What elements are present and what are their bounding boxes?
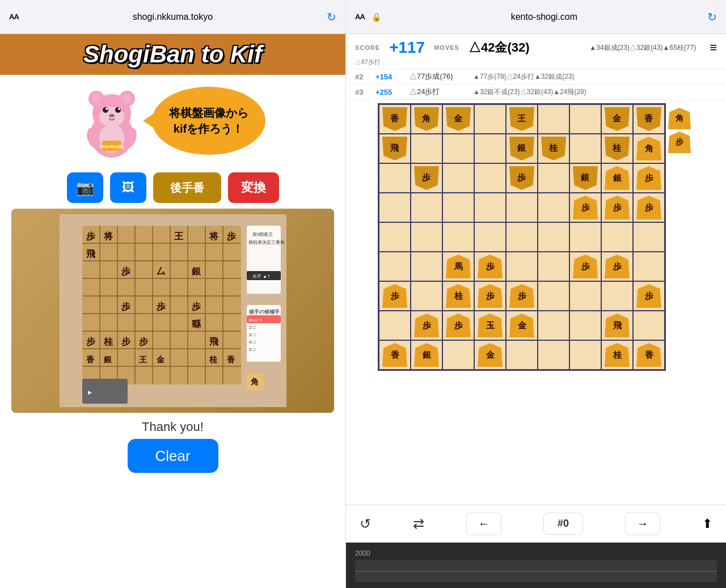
piece-5-6[interactable]: 歩 [573, 255, 598, 278]
piece-5-2[interactable]: 馬 [446, 255, 471, 278]
piece-7-1[interactable]: 歩 [414, 314, 439, 337]
svg-text:厶: 厶 [157, 266, 166, 276]
gallery-button[interactable]: 🖼 [110, 172, 146, 203]
cell-4-0 [379, 222, 411, 252]
svg-text:歩: 歩 [86, 231, 96, 241]
move-row-3[interactable]: #3 +255 △24歩打 ▲32銀不成(23)△32銀(43)▲24飛(28) [346, 84, 726, 100]
cell-1-7: 桂 [601, 134, 633, 163]
svg-text:5     □: 5 □ [249, 347, 256, 352]
piece-8-8[interactable]: 香 [636, 343, 661, 367]
piece-1-4[interactable]: 銀 [509, 137, 534, 160]
cell-2-2 [442, 163, 474, 193]
piece-2-8[interactable]: 歩 [636, 166, 661, 190]
piece-6-4[interactable]: 歩 [509, 284, 534, 308]
piece-3-7[interactable]: 歩 [605, 196, 630, 219]
cell-7-1: 歩 [411, 311, 442, 340]
cell-3-1 [411, 193, 442, 222]
camera-icon: 📷 [76, 179, 94, 197]
site-header: ShogiBan to Kif [0, 34, 345, 75]
piece-1-0[interactable]: 飛 [382, 137, 407, 160]
chart-label: 2000 [355, 549, 717, 557]
left-browser-bar: AA shogi.nkkuma.tokyo ↻ [0, 0, 345, 34]
piece-8-1[interactable]: 銀 [414, 343, 439, 367]
prev-move-button[interactable]: ← [466, 512, 501, 535]
piece-text-5-2: 馬 [454, 261, 463, 272]
camera-button[interactable]: 📷 [67, 172, 103, 203]
cell-3-2 [442, 193, 474, 222]
piece-6-2[interactable]: 桂 [446, 284, 471, 308]
piece-2-7[interactable]: 銀 [605, 166, 630, 190]
piece-3-6[interactable]: 歩 [573, 196, 598, 219]
cell-6-0: 歩 [379, 281, 411, 311]
cell-0-6 [569, 104, 601, 134]
piece-8-3[interactable]: 金 [478, 343, 503, 367]
piece-0-7[interactable]: 金 [605, 107, 630, 131]
chart-area [355, 560, 717, 582]
piece-5-3[interactable]: 歩 [478, 255, 503, 278]
right-refresh-button[interactable]: ↻ [707, 10, 717, 24]
cell-8-3: 金 [474, 340, 506, 370]
gote-button[interactable]: 後手番 [153, 172, 221, 203]
piece-6-0[interactable]: 歩 [382, 284, 407, 308]
piece-text-8-7: 桂 [613, 350, 622, 361]
cell-5-3: 歩 [474, 252, 506, 281]
piece-1-7[interactable]: 桂 [605, 137, 630, 160]
piece-0-4[interactable]: 王 [509, 107, 534, 131]
piece-6-8[interactable]: 歩 [636, 284, 661, 308]
hero-text: 将棋盤画像からkifを作ろう！ [169, 105, 248, 137]
piece-2-6[interactable]: 銀 [573, 166, 598, 190]
piece-7-3[interactable]: 玉 [478, 314, 503, 337]
piece-0-8[interactable]: 香 [636, 107, 661, 131]
move2-num: #2 [355, 73, 369, 81]
move2-variations: ▲77歩(78)△24歩打▲32銀成(23) [473, 72, 574, 82]
font-size-control-right[interactable]: AA [355, 12, 365, 21]
svg-text:後手の候補手: 後手の候補手 [248, 309, 280, 315]
piece-2-1[interactable]: 歩 [414, 166, 439, 190]
share-icon[interactable]: ⬆ [702, 517, 712, 531]
piece-5-7[interactable]: 歩 [605, 255, 630, 278]
piece-2-4[interactable]: 歩 [509, 166, 534, 190]
left-refresh-button[interactable]: ↻ [327, 10, 336, 24]
score-subrow: △87歩打 [355, 58, 717, 66]
shuffle-icon[interactable]: ⇄ [413, 516, 424, 532]
svg-text:王: 王 [174, 231, 184, 241]
clear-button[interactable]: Clear [128, 439, 218, 473]
hero-text-bubble: 将棋盤画像からkifを作ろう！ [152, 87, 265, 155]
cell-0-8: 香 [633, 104, 665, 134]
piece-8-7[interactable]: 桂 [605, 343, 630, 367]
shogi-board[interactable]: 香角金王金香飛銀桂桂角歩歩銀銀歩歩歩歩馬歩歩歩歩桂歩歩歩歩歩玉金飛香銀金桂香 [378, 103, 666, 371]
piece-text-5-6: 歩 [581, 261, 590, 272]
cell-8-0: 香 [379, 340, 411, 370]
piece-1-5[interactable]: 桂 [541, 137, 566, 160]
piece-7-7[interactable]: 飛 [605, 314, 630, 337]
captured-right: 角 步 [668, 103, 697, 371]
move2-score: +154 [375, 73, 403, 81]
moves-detail: ▲34銀成(23)△32銀(43)▲65桂(77) [589, 43, 696, 53]
move-row-2[interactable]: #2 +154 △77歩成(76) ▲77歩(78)△24歩打▲32銀成(23) [346, 69, 726, 84]
cell-7-3: 玉 [474, 311, 506, 340]
convert-button[interactable]: 変換 [228, 172, 279, 203]
cell-0-2: 金 [442, 104, 474, 134]
right-url-bar[interactable]: kento-shogi.com [388, 12, 700, 22]
piece-0-1[interactable]: 角 [414, 107, 439, 131]
piece-text-3-8: 歩 [645, 202, 653, 213]
cell-4-5 [538, 222, 569, 252]
piece-0-0[interactable]: 香 [382, 107, 407, 131]
piece-7-2[interactable]: 歩 [446, 314, 471, 337]
left-url-bar[interactable]: shogi.nkkuma.tokyo [26, 12, 320, 22]
move3-notation: △24歩打 [410, 87, 466, 97]
site-title: ShogiBan to Kif [9, 41, 336, 68]
rotate-icon[interactable]: ↺ [360, 516, 371, 532]
piece-6-3[interactable]: 歩 [478, 284, 503, 308]
piece-0-2[interactable]: 金 [446, 107, 471, 131]
piece-3-8[interactable]: 歩 [636, 196, 661, 219]
next-move-button[interactable]: → [625, 512, 660, 535]
right-panel: AA 🔒 kento-shogi.com ↻ SCORE +117 MOVES … [346, 0, 726, 588]
menu-button[interactable]: ≡ [710, 40, 717, 55]
font-size-control-left[interactable]: AA [9, 12, 19, 21]
piece-7-4[interactable]: 金 [509, 314, 534, 337]
piece-1-8[interactable]: 角 [636, 137, 661, 160]
score-bar: SCORE +117 MOVES △42金(32) ▲34銀成(23)△32銀(… [346, 34, 726, 69]
piece-8-0[interactable]: 香 [382, 343, 407, 367]
piece-text-6-0: 歩 [391, 291, 399, 302]
